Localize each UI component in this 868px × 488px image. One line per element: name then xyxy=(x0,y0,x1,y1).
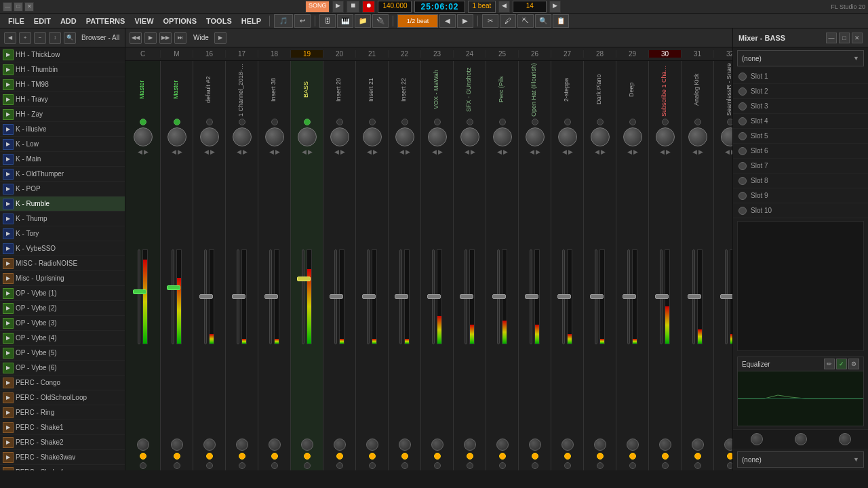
channel-pan-6[interactable] xyxy=(330,127,349,146)
top-insert-dropdown[interactable]: (none) ▼ xyxy=(737,50,864,66)
channel-bottom-dot-4[interactable] xyxy=(271,453,278,460)
channel-bottom-dot2-3[interactable] xyxy=(239,462,245,469)
instrument-item-9[interactable]: ▶K - POP xyxy=(0,182,125,197)
channel-bottom-dot2-11[interactable] xyxy=(499,462,506,469)
channel-num-17[interactable]: 31 xyxy=(682,50,714,58)
channel-fader-handle-15[interactable] xyxy=(623,294,636,299)
channel-fader-handle-5[interactable] xyxy=(297,277,311,281)
inst-move-button[interactable]: ↕ xyxy=(49,32,61,44)
menu-view[interactable]: VIEW xyxy=(130,16,157,26)
rp-maximize[interactable]: □ xyxy=(839,33,850,43)
snap-down[interactable]: ◀ xyxy=(439,14,456,28)
channel-send-17[interactable] xyxy=(694,119,701,125)
channel-bottom-dot2-17[interactable] xyxy=(694,462,701,469)
channel-send-10[interactable] xyxy=(467,119,473,125)
instrument-item-22[interactable]: ▶PERC - Congo xyxy=(0,375,125,390)
instrument-item-15[interactable]: ▶Misc - Uprisning xyxy=(0,271,125,286)
stop-button[interactable]: ⏹ xyxy=(347,1,359,13)
channel-num-14[interactable]: 28 xyxy=(584,50,616,58)
channel-num-12[interactable]: 26 xyxy=(519,50,551,58)
channel-bottom-dot2-9[interactable] xyxy=(434,462,441,469)
instrument-item-17[interactable]: ▶OP - Vybe (2) xyxy=(0,301,125,316)
channel-fader-handle-12[interactable] xyxy=(525,294,538,299)
channel-send-knob-18[interactable] xyxy=(724,439,733,451)
channel-pan-1[interactable] xyxy=(167,127,186,146)
menu-file[interactable]: FILE xyxy=(4,16,28,26)
song-mode-button[interactable]: SONG xyxy=(305,1,330,13)
channel-bottom-dot-5[interactable] xyxy=(304,453,311,460)
channel-send-knob-3[interactable] xyxy=(236,439,248,451)
channel-pan-14[interactable] xyxy=(591,127,610,146)
channel-send-knob-16[interactable] xyxy=(659,439,671,451)
channel-num-15[interactable]: 29 xyxy=(616,50,649,58)
channel-num-6[interactable]: 20 xyxy=(323,50,356,58)
instrument-item-3[interactable]: ▶HH - Travy xyxy=(0,92,125,107)
mixer-end-button[interactable]: ⏭ xyxy=(174,32,186,44)
channel-pan-4[interactable] xyxy=(265,127,284,146)
bottom-insert-dropdown[interactable]: (none) ▼ xyxy=(737,451,864,468)
channel-bottom-dot-7[interactable] xyxy=(369,453,376,460)
channel-fader-handle-17[interactable] xyxy=(688,294,701,299)
channel-bottom-dot2-13[interactable] xyxy=(564,462,571,469)
instrument-item-24[interactable]: ▶PERC - Ring xyxy=(0,405,125,420)
menu-edit[interactable]: EDIT xyxy=(30,16,55,26)
pattern-number[interactable]: 14 xyxy=(513,1,547,13)
channel-num-10[interactable]: 24 xyxy=(454,50,486,58)
bpm-display[interactable]: 140.000 xyxy=(378,1,412,13)
instrument-item-14[interactable]: ▶MISC - RadioNOISE xyxy=(0,256,125,271)
mixer-fwd-button[interactable]: ▶▶ xyxy=(159,32,172,44)
metronome-button[interactable]: 🎵 xyxy=(274,14,293,28)
insert-slot-0[interactable]: Slot 1 xyxy=(733,69,868,84)
channel-stereo-5[interactable]: ◀▶ xyxy=(302,148,313,155)
browser-button[interactable]: 📁 xyxy=(355,14,371,28)
plugin-button[interactable]: 🔌 xyxy=(372,14,389,28)
instrument-item-13[interactable]: ▶K - VybeSSO xyxy=(0,241,125,256)
inst-add-button[interactable]: + xyxy=(19,32,31,44)
channel-pan-7[interactable] xyxy=(363,127,382,146)
pattern-next-button[interactable]: ▶ xyxy=(549,1,561,13)
mixer-play-button[interactable]: ▶ xyxy=(144,32,157,44)
channel-bottom-dot2-12[interactable] xyxy=(532,462,538,469)
channel-stereo-18[interactable]: ◀▶ xyxy=(725,148,733,155)
channel-pan-10[interactable] xyxy=(460,127,479,146)
channel-send-knob-0[interactable] xyxy=(137,439,149,451)
channel-bottom-dot-11[interactable] xyxy=(499,453,506,460)
channel-bottom-dot-3[interactable] xyxy=(239,453,245,460)
channel-send-14[interactable] xyxy=(597,119,604,125)
channel-fader-handle-16[interactable] xyxy=(655,294,669,299)
channel-stereo-15[interactable]: ◀▶ xyxy=(627,148,638,155)
channel-bottom-dot2-6[interactable] xyxy=(336,462,343,469)
channel-send-3[interactable] xyxy=(239,119,245,125)
channel-stereo-7[interactable]: ◀▶ xyxy=(367,148,378,155)
channel-bottom-dot2-5[interactable] xyxy=(304,462,311,469)
insert-slot-3[interactable]: Slot 4 xyxy=(733,114,868,129)
channel-stereo-8[interactable]: ◀▶ xyxy=(399,148,410,155)
channel-send-2[interactable] xyxy=(206,119,213,125)
channel-bottom-dot2-14[interactable] xyxy=(597,462,604,469)
channel-pan-2[interactable] xyxy=(200,127,219,146)
channel-fader-handle-8[interactable] xyxy=(395,294,408,299)
instrument-item-12[interactable]: ▶K - Tory xyxy=(0,226,125,241)
loop-button[interactable]: ↩ xyxy=(294,14,311,28)
channel-num-8[interactable]: 22 xyxy=(389,50,421,58)
instrument-item-6[interactable]: ▶K - Low xyxy=(0,137,125,152)
channel-stereo-10[interactable]: ◀▶ xyxy=(465,148,475,155)
tool5[interactable]: 📋 xyxy=(553,14,569,28)
channel-stereo-6[interactable]: ◀▶ xyxy=(334,148,345,155)
channel-pan-9[interactable] xyxy=(428,127,447,146)
insert-slot-9[interactable]: Slot 10 xyxy=(733,203,868,218)
instrument-item-4[interactable]: ▶HH - Zay xyxy=(0,107,125,122)
channel-fader-handle-6[interactable] xyxy=(330,294,343,299)
channel-send-knob-14[interactable] xyxy=(594,439,606,451)
channel-send-0[interactable] xyxy=(140,119,146,125)
channel-bottom-dot2-8[interactable] xyxy=(401,462,408,469)
tool4[interactable]: 🔍 xyxy=(535,14,551,28)
channel-num-16[interactable]: 30 xyxy=(649,50,682,58)
instrument-item-0[interactable]: ▶HH - ThickLow xyxy=(0,47,125,62)
rp-close[interactable]: ✕ xyxy=(852,33,863,43)
channel-send-knob-2[interactable] xyxy=(203,439,216,451)
insert-slot-1[interactable]: Slot 2 xyxy=(733,84,868,99)
channel-send-knob-11[interactable] xyxy=(496,439,509,451)
maximize-button[interactable]: □ xyxy=(14,2,23,12)
snap-button[interactable]: 1/2 beat xyxy=(397,14,438,28)
